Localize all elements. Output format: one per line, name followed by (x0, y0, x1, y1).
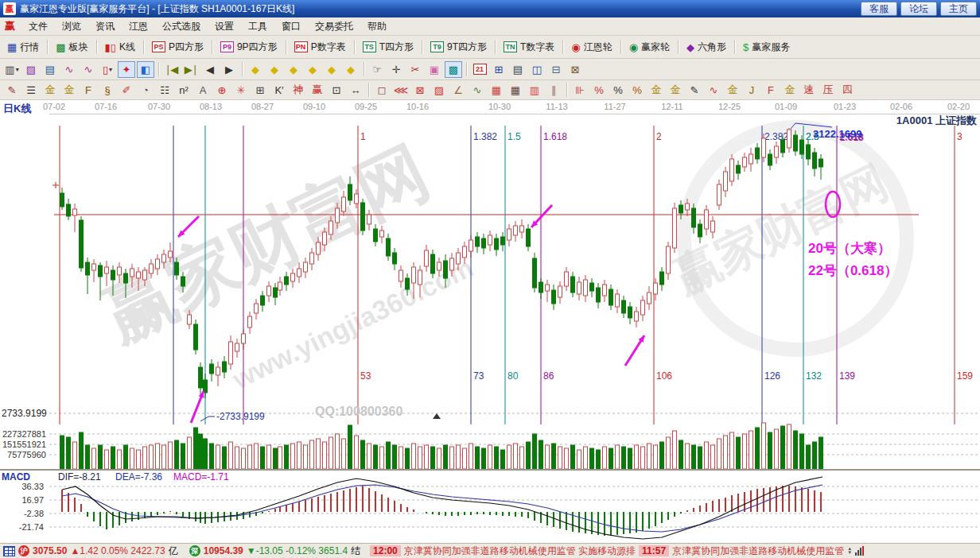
golden-grid-tool[interactable]: 金 (41, 82, 59, 99)
four-angle-tool[interactable]: 四 (838, 82, 856, 99)
percent-line-tool[interactable]: % (628, 82, 646, 99)
hash-lines-tool[interactable]: ☰ (22, 82, 40, 99)
red-pencil-tool[interactable]: ✐ (118, 82, 135, 99)
menu-资讯[interactable]: 资讯 (88, 18, 122, 35)
pink-window-button[interactable]: ▣ (426, 61, 443, 78)
menu-公式选股[interactable]: 公式选股 (155, 18, 208, 35)
ying-tool[interactable]: 赢 (309, 82, 326, 99)
ray-fan-tool[interactable]: ⋘ (392, 82, 410, 99)
time-cycle-tool[interactable]: ◔ (137, 82, 154, 99)
column-percent-tool[interactable]: ⊪ (571, 82, 589, 99)
hand-drag-button[interactable]: ☞ (368, 61, 386, 78)
menu-工具[interactable]: 工具 (241, 18, 274, 35)
pencil-tool[interactable]: ✎ (3, 82, 21, 99)
maze-analysis-button[interactable]: ▩ (445, 61, 462, 78)
spiral-tool[interactable]: § (99, 82, 116, 99)
p-square-button[interactable]: PSP四方形 (147, 38, 208, 56)
number-table-tool[interactable]: ⊡ (328, 82, 345, 99)
fib-grid-tool[interactable]: F (80, 82, 97, 99)
hexagon-button[interactable]: ◆六角形 (682, 38, 731, 56)
grid-red2-tool[interactable]: ▥ (526, 82, 543, 99)
grid-dark-tool[interactable]: ▦ (507, 82, 524, 99)
candle-type-dropdown[interactable]: ▯▾ (99, 61, 116, 78)
winner-wheel-button[interactable]: ◉赢家轮 (624, 38, 675, 56)
save-button[interactable]: ◫ (528, 61, 546, 78)
brush-tool[interactable]: ✎ (686, 82, 703, 99)
calculator-button[interactable]: ⊞ (490, 61, 508, 78)
kline-period-dropdown[interactable]: ▥▾ (3, 61, 21, 78)
menu-设置[interactable]: 设置 (208, 18, 241, 35)
f-angle-tool[interactable]: F (762, 82, 780, 99)
crosshair-button[interactable]: ✛ (387, 61, 405, 78)
menu-窗口[interactable]: 窗口 (274, 18, 308, 35)
reversal-marker-button[interactable]: ✦ (118, 61, 135, 78)
compass-flower-tool[interactable]: ✳ (232, 82, 250, 99)
angle-line-tool[interactable]: ∠ (449, 82, 467, 99)
zoom-in-h-button[interactable]: ◆ (285, 61, 302, 78)
service-button[interactable]: 客服 (861, 2, 897, 16)
menu-江恩[interactable]: 江恩 (122, 18, 155, 35)
news-scroll-arrows[interactable]: ▲ ▼ (847, 547, 852, 555)
compress-button[interactable]: ◆ (323, 61, 340, 78)
gann-compass-tool[interactable]: ⊕ (213, 82, 231, 99)
j-angle-tool[interactable]: J (743, 82, 760, 99)
speed-angle-tool[interactable]: 速 (800, 82, 818, 99)
ma9-chart-button[interactable]: ∿ (80, 61, 97, 78)
forum-button[interactable]: 论坛 (900, 2, 937, 16)
9t-square-button[interactable]: T99T四方形 (426, 38, 492, 56)
span-measure-tool[interactable]: ↔ (347, 82, 364, 99)
window-frame-tool[interactable]: ◻ (373, 82, 391, 99)
menu-文件[interactable]: 文件 (21, 18, 55, 35)
gold-angle-tool[interactable]: 金 (781, 82, 799, 99)
shift-right-button[interactable]: ◆ (266, 61, 283, 78)
t-square-button[interactable]: TST四方形 (358, 38, 418, 56)
n-square-tool[interactable]: n² (175, 82, 192, 99)
goto-last-button[interactable]: ▶∣ (182, 61, 200, 78)
t-number-table-button[interactable]: TNT数字表 (499, 38, 559, 56)
send-report-button[interactable]: ⊠ (566, 61, 584, 78)
9p-square-button[interactable]: P99P四方形 (216, 38, 282, 56)
grid-window-tool[interactable]: ⊞ (251, 82, 269, 99)
percent-tool[interactable]: % (609, 82, 627, 99)
menu-浏览[interactable]: 浏览 (55, 18, 88, 35)
home-button[interactable]: 主页 (940, 2, 977, 16)
sectors-button[interactable]: ▩板块 (51, 38, 92, 56)
goto-first-button[interactable]: ∣◀ (163, 61, 181, 78)
k-angle-tool[interactable]: K′ (270, 82, 288, 99)
export-data-button[interactable]: ⊟ (547, 61, 565, 78)
menu-交易委托[interactable]: 交易委托 (308, 18, 360, 35)
price-hash-tool[interactable]: ☷ (156, 82, 173, 99)
color-histogram-button[interactable]: ◧ (137, 61, 154, 78)
shift-left-button[interactable]: ◆ (247, 61, 264, 78)
pattern-window-button[interactable]: ▨ (22, 61, 40, 78)
slash-lines-tool[interactable]: ∥ (545, 82, 562, 99)
prev-bar-button[interactable]: ◀ (201, 61, 219, 78)
cut-button[interactable]: ✂ (406, 61, 424, 78)
wave-a-tool[interactable]: ∿ (705, 82, 722, 99)
calendar-21-button[interactable]: 21 (471, 61, 488, 78)
p-number-table-button[interactable]: PNP数字表 (290, 38, 351, 56)
gann-wheel-button[interactable]: ◉江恩轮 (566, 38, 616, 56)
ma3-chart-button[interactable]: ∿ (60, 61, 78, 78)
expand-button[interactable]: ◆ (342, 61, 360, 78)
chart-canvas[interactable]: 赢家财富网www.yingjia360.com赢家财富网07-0207-1607… (0, 100, 980, 543)
box-hatch-tool[interactable]: ▨ (430, 82, 448, 99)
zoom-out-h-button[interactable]: ◆ (304, 61, 321, 78)
winner-service-button[interactable]: $赢家服务 (738, 38, 795, 56)
gold-underline-tool[interactable]: 金 (667, 82, 684, 99)
scroll-down-icon[interactable]: ▼ (847, 551, 852, 555)
market-grid-icon[interactable] (3, 546, 15, 556)
percent-zone-tool[interactable]: % (590, 82, 608, 99)
notepad-button[interactable]: ▤ (509, 61, 527, 78)
shen-tool[interactable]: 神 (290, 82, 307, 99)
next-bar-button[interactable]: ▶ (220, 61, 238, 78)
gold-circle-tool[interactable]: 金 (648, 82, 665, 99)
menu-帮助[interactable]: 帮助 (360, 18, 394, 35)
mirror-a-tool[interactable]: A (194, 82, 212, 99)
quote-info-button[interactable]: ▤ (41, 61, 59, 78)
news-text-2[interactable]: 京津冀协同加强非道路移动机械使用监管 (672, 544, 844, 558)
grid-red-tool[interactable]: ▦ (488, 82, 505, 99)
quotes-button[interactable]: ▦行情 (2, 38, 44, 56)
gold2-tool[interactable]: 金 (724, 82, 741, 99)
news-text-1[interactable]: 京津冀协同加强非道路移动机械使用监管 实施移动源排 (404, 544, 636, 558)
